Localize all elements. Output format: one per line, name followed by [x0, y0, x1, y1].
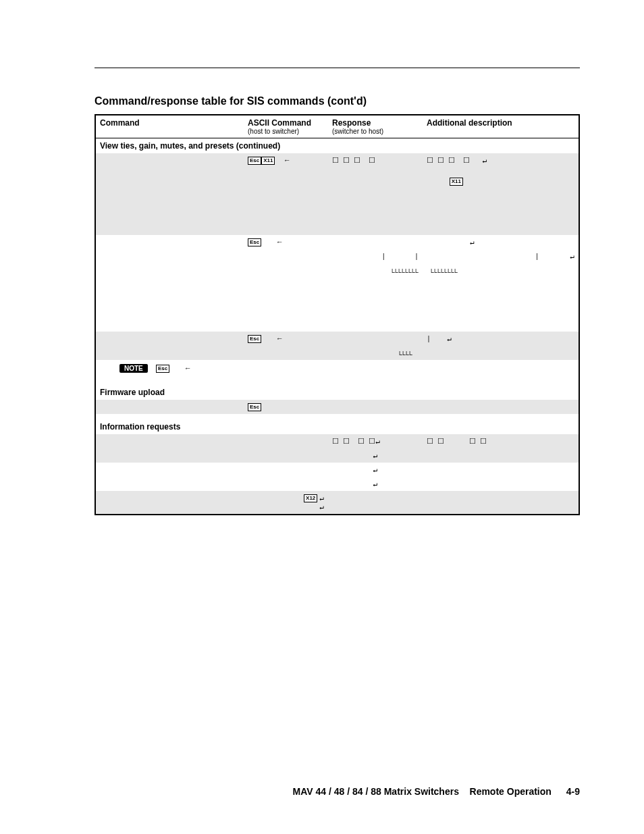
cell-blank: [423, 360, 579, 380]
cell-blank: [95, 278, 244, 332]
page: Command/response table for SIS commands …: [0, 0, 644, 834]
table-row: Esc: [95, 400, 579, 414]
cell-blank: [423, 385, 579, 400]
cell-ascii: Esc ←: [244, 332, 328, 346]
table-row: Esc ← | ↵: [95, 332, 579, 346]
cell-blank: [95, 448, 244, 463]
enter-icon: ↵: [483, 157, 487, 165]
cell-additional: ↵: [423, 235, 579, 249]
cell-response: ↵: [328, 463, 423, 477]
box-icon: ☐: [369, 437, 375, 445]
cell-blank: [244, 463, 328, 477]
footer-product: MAV 44 / 48 / 84 / 88 Matrix Switchers: [293, 786, 459, 797]
box-icon: ☐: [343, 156, 350, 164]
spacer: [95, 414, 579, 419]
cell-blank: [328, 167, 423, 194]
enter-icon: ↵: [447, 335, 452, 343]
box-icon: ☐: [354, 156, 360, 164]
cell-blank: [328, 194, 423, 235]
tally-icon: ˪˪˪˪˪˪˪˪: [392, 267, 419, 275]
subhead-info: Information requests: [95, 419, 579, 434]
cell-blank: [244, 194, 328, 235]
cell-blank: [244, 346, 328, 360]
cell-additional: ˪˪˪˪˪˪˪˪: [423, 263, 579, 278]
cell-blank: [328, 491, 423, 515]
box-icon: ☐: [332, 156, 339, 164]
box-icon: ☐: [427, 437, 433, 445]
cell-blank: [328, 235, 423, 249]
cell-response: ☐ ☐ ☐ ☐: [328, 153, 423, 167]
enter-icon: ↵: [373, 466, 378, 474]
cell-response: ☐ ☐ ☐ ☐↵: [328, 434, 423, 448]
x11-keycap: X11: [450, 178, 463, 186]
th-command: Command: [95, 115, 244, 138]
esc-keycap: Esc: [248, 403, 261, 411]
cell-response: ↵: [328, 448, 423, 463]
enter-icon: ↵: [470, 238, 475, 246]
table-row: ˪˪˪˪˪˪˪˪ ˪˪˪˪˪˪˪˪: [95, 263, 579, 278]
cell-additional: ☐ ☐ ☐ ☐: [423, 434, 579, 448]
box-icon: ☐: [448, 156, 455, 164]
cell-ascii: EscX11 ←: [244, 153, 328, 167]
subhead-view-ties: View ties, gain, mutes, and presets (con…: [95, 138, 579, 154]
spacer: [95, 380, 579, 385]
cell-blank: [423, 138, 579, 154]
cell-ascii: X12 ↵ ↵: [244, 491, 328, 515]
box-icon: ☐: [437, 156, 444, 164]
cell-blank: [423, 491, 579, 515]
table-row: | | | ↵: [95, 249, 579, 263]
cell-response: ˪˪˪˪: [328, 346, 423, 360]
esc-keycap: Esc: [248, 238, 261, 246]
th-ascii-label: ASCII Command: [248, 118, 311, 128]
vbar-icon: |: [427, 336, 431, 343]
cell-blank: [95, 194, 244, 235]
cell-blank: [244, 278, 328, 332]
tally-icon: ˪˪˪˪˪˪˪˪: [431, 267, 458, 275]
cell-blank: [95, 235, 244, 249]
cell-blank: [328, 400, 423, 414]
table-row: X12 ↵ ↵: [95, 491, 579, 515]
box-icon: ☐: [463, 156, 470, 164]
cell-blank: [423, 419, 579, 434]
arrow-left-icon: ←: [284, 156, 291, 164]
footer-section: Remote Operation: [470, 786, 552, 797]
cell-blank: [95, 491, 244, 515]
cell-blank: [423, 448, 579, 463]
cell-blank: [95, 400, 244, 414]
box-icon: ☐: [343, 437, 350, 445]
cell-additional: | ↵: [423, 332, 579, 346]
box-icon: ☐: [469, 437, 476, 445]
cell-note: NOTE Esc ←: [95, 360, 244, 380]
subhead-info-label: Information requests: [95, 419, 423, 434]
cell-blank: [95, 249, 244, 263]
vbar-icon: |: [535, 253, 539, 261]
cell-ascii: Esc ←: [244, 235, 328, 249]
esc-keycap: Esc: [248, 157, 261, 165]
table-header-row: Command ASCII Command (host to switcher)…: [95, 115, 579, 138]
box-icon: ☐: [358, 437, 365, 445]
cell-blank: [244, 360, 328, 380]
top-rule: [95, 68, 580, 68]
cell-command: [95, 153, 244, 167]
box-icon: ☐: [480, 437, 487, 445]
subhead-firmware: Firmware upload: [95, 385, 579, 400]
cell-blank: [244, 263, 328, 278]
table-row: Esc ← ↵: [95, 235, 579, 249]
th-additional: Additional description: [423, 115, 579, 138]
vbar-icon: |: [381, 253, 385, 261]
cell-blank: [95, 477, 244, 491]
cell-blank: [95, 463, 244, 477]
th-response-sub: (switcher to host): [332, 128, 419, 135]
x11-keycap: X11: [261, 157, 275, 165]
enter-icon: ↵: [373, 452, 378, 460]
subhead-view-ties-label: View ties, gain, mutes, and presets (con…: [95, 138, 423, 154]
table-row: X11: [95, 167, 579, 194]
box-icon: ☐: [427, 156, 433, 164]
table-row: ↵: [95, 448, 579, 463]
cell-blank: [95, 332, 244, 346]
cell-additional: | ↵: [423, 249, 579, 263]
th-ascii-sub: (host to switcher): [248, 128, 324, 135]
cell-additional: ☐ ☐ ☐ ☐ ↵: [423, 153, 579, 167]
cell-blank: [423, 346, 579, 360]
table-row: EscX11 ← ☐ ☐ ☐ ☐ ☐ ☐ ☐ ☐ ↵: [95, 153, 579, 167]
